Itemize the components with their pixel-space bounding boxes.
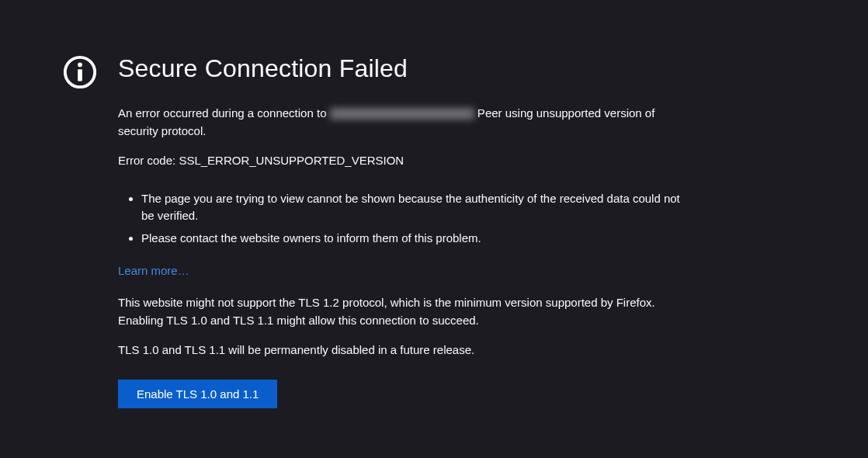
error-bullet-list: The page you are trying to view cannot b…: [118, 190, 683, 248]
redacted-hostname: ████████████████: [330, 108, 474, 120]
svg-rect-2: [78, 69, 82, 81]
error-code-value: SSL_ERROR_UNSUPPORTED_VERSION: [179, 154, 404, 167]
list-item: The page you are trying to view cannot b…: [141, 190, 683, 225]
page-title: Secure Connection Failed: [118, 54, 683, 83]
error-code-label: Error code:: [118, 154, 179, 167]
learn-more-link[interactable]: Learn more…: [118, 264, 189, 277]
tls-info-line-1: This website might not support the TLS 1…: [118, 294, 683, 329]
tls-info-line-2: TLS 1.0 and TLS 1.1 will be permanently …: [118, 342, 683, 359]
svg-point-1: [78, 63, 82, 68]
list-item: Please contact the website owners to inf…: [141, 230, 683, 248]
error-description: An error occurred during a connection to…: [118, 105, 683, 140]
info-icon: [62, 79, 98, 92]
error-prefix: An error occurred during a connection to: [118, 106, 330, 120]
error-code-line: Error code: SSL_ERROR_UNSUPPORTED_VERSIO…: [118, 152, 683, 170]
enable-tls-button[interactable]: Enable TLS 1.0 and 1.1: [118, 380, 277, 408]
